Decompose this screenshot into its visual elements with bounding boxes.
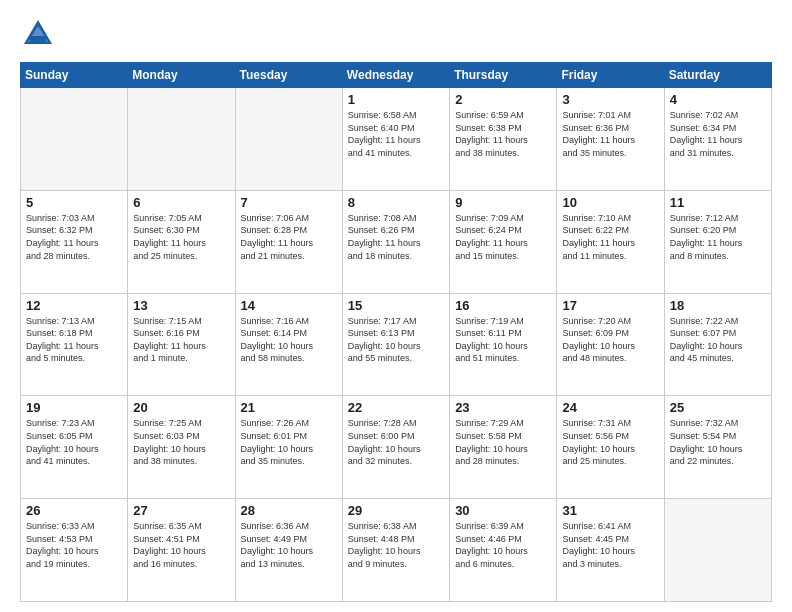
day-number: 31 bbox=[562, 503, 658, 518]
calendar-cell: 6Sunrise: 7:05 AM Sunset: 6:30 PM Daylig… bbox=[128, 190, 235, 293]
calendar-cell bbox=[21, 88, 128, 191]
day-number: 28 bbox=[241, 503, 337, 518]
day-number: 6 bbox=[133, 195, 229, 210]
day-info: Sunrise: 6:36 AM Sunset: 4:49 PM Dayligh… bbox=[241, 520, 337, 570]
day-info: Sunrise: 7:03 AM Sunset: 6:32 PM Dayligh… bbox=[26, 212, 122, 262]
weekday-saturday: Saturday bbox=[664, 63, 771, 88]
day-info: Sunrise: 7:09 AM Sunset: 6:24 PM Dayligh… bbox=[455, 212, 551, 262]
calendar-cell: 31Sunrise: 6:41 AM Sunset: 4:45 PM Dayli… bbox=[557, 499, 664, 602]
day-info: Sunrise: 7:15 AM Sunset: 6:16 PM Dayligh… bbox=[133, 315, 229, 365]
day-info: Sunrise: 7:10 AM Sunset: 6:22 PM Dayligh… bbox=[562, 212, 658, 262]
calendar-cell: 1Sunrise: 6:58 AM Sunset: 6:40 PM Daylig… bbox=[342, 88, 449, 191]
day-number: 11 bbox=[670, 195, 766, 210]
day-number: 15 bbox=[348, 298, 444, 313]
week-row-1: 5Sunrise: 7:03 AM Sunset: 6:32 PM Daylig… bbox=[21, 190, 772, 293]
calendar-cell bbox=[664, 499, 771, 602]
day-info: Sunrise: 7:01 AM Sunset: 6:36 PM Dayligh… bbox=[562, 109, 658, 159]
calendar-cell: 4Sunrise: 7:02 AM Sunset: 6:34 PM Daylig… bbox=[664, 88, 771, 191]
day-number: 1 bbox=[348, 92, 444, 107]
calendar: SundayMondayTuesdayWednesdayThursdayFrid… bbox=[20, 62, 772, 602]
day-number: 22 bbox=[348, 400, 444, 415]
day-number: 27 bbox=[133, 503, 229, 518]
week-row-3: 19Sunrise: 7:23 AM Sunset: 6:05 PM Dayli… bbox=[21, 396, 772, 499]
day-number: 18 bbox=[670, 298, 766, 313]
day-number: 21 bbox=[241, 400, 337, 415]
calendar-cell: 13Sunrise: 7:15 AM Sunset: 6:16 PM Dayli… bbox=[128, 293, 235, 396]
day-number: 17 bbox=[562, 298, 658, 313]
calendar-cell: 8Sunrise: 7:08 AM Sunset: 6:26 PM Daylig… bbox=[342, 190, 449, 293]
calendar-cell: 24Sunrise: 7:31 AM Sunset: 5:56 PM Dayli… bbox=[557, 396, 664, 499]
day-number: 26 bbox=[26, 503, 122, 518]
day-number: 25 bbox=[670, 400, 766, 415]
day-info: Sunrise: 7:13 AM Sunset: 6:18 PM Dayligh… bbox=[26, 315, 122, 365]
weekday-tuesday: Tuesday bbox=[235, 63, 342, 88]
calendar-cell: 5Sunrise: 7:03 AM Sunset: 6:32 PM Daylig… bbox=[21, 190, 128, 293]
day-info: Sunrise: 6:58 AM Sunset: 6:40 PM Dayligh… bbox=[348, 109, 444, 159]
calendar-cell: 25Sunrise: 7:32 AM Sunset: 5:54 PM Dayli… bbox=[664, 396, 771, 499]
calendar-cell: 10Sunrise: 7:10 AM Sunset: 6:22 PM Dayli… bbox=[557, 190, 664, 293]
day-info: Sunrise: 7:32 AM Sunset: 5:54 PM Dayligh… bbox=[670, 417, 766, 467]
day-info: Sunrise: 7:08 AM Sunset: 6:26 PM Dayligh… bbox=[348, 212, 444, 262]
week-row-4: 26Sunrise: 6:33 AM Sunset: 4:53 PM Dayli… bbox=[21, 499, 772, 602]
day-info: Sunrise: 6:59 AM Sunset: 6:38 PM Dayligh… bbox=[455, 109, 551, 159]
calendar-cell bbox=[235, 88, 342, 191]
calendar-cell: 23Sunrise: 7:29 AM Sunset: 5:58 PM Dayli… bbox=[450, 396, 557, 499]
calendar-cell: 9Sunrise: 7:09 AM Sunset: 6:24 PM Daylig… bbox=[450, 190, 557, 293]
calendar-cell: 21Sunrise: 7:26 AM Sunset: 6:01 PM Dayli… bbox=[235, 396, 342, 499]
day-number: 29 bbox=[348, 503, 444, 518]
day-number: 19 bbox=[26, 400, 122, 415]
weekday-wednesday: Wednesday bbox=[342, 63, 449, 88]
day-number: 7 bbox=[241, 195, 337, 210]
day-info: Sunrise: 7:26 AM Sunset: 6:01 PM Dayligh… bbox=[241, 417, 337, 467]
calendar-cell: 27Sunrise: 6:35 AM Sunset: 4:51 PM Dayli… bbox=[128, 499, 235, 602]
day-info: Sunrise: 7:22 AM Sunset: 6:07 PM Dayligh… bbox=[670, 315, 766, 365]
day-number: 30 bbox=[455, 503, 551, 518]
weekday-header-row: SundayMondayTuesdayWednesdayThursdayFrid… bbox=[21, 63, 772, 88]
day-number: 12 bbox=[26, 298, 122, 313]
day-info: Sunrise: 7:20 AM Sunset: 6:09 PM Dayligh… bbox=[562, 315, 658, 365]
calendar-cell bbox=[128, 88, 235, 191]
day-info: Sunrise: 7:17 AM Sunset: 6:13 PM Dayligh… bbox=[348, 315, 444, 365]
day-info: Sunrise: 6:38 AM Sunset: 4:48 PM Dayligh… bbox=[348, 520, 444, 570]
logo-icon bbox=[20, 16, 56, 52]
calendar-cell: 16Sunrise: 7:19 AM Sunset: 6:11 PM Dayli… bbox=[450, 293, 557, 396]
calendar-cell: 28Sunrise: 6:36 AM Sunset: 4:49 PM Dayli… bbox=[235, 499, 342, 602]
logo bbox=[20, 16, 60, 52]
svg-rect-2 bbox=[30, 36, 46, 44]
day-number: 24 bbox=[562, 400, 658, 415]
calendar-cell: 19Sunrise: 7:23 AM Sunset: 6:05 PM Dayli… bbox=[21, 396, 128, 499]
calendar-cell: 12Sunrise: 7:13 AM Sunset: 6:18 PM Dayli… bbox=[21, 293, 128, 396]
day-info: Sunrise: 7:05 AM Sunset: 6:30 PM Dayligh… bbox=[133, 212, 229, 262]
calendar-cell: 17Sunrise: 7:20 AM Sunset: 6:09 PM Dayli… bbox=[557, 293, 664, 396]
week-row-2: 12Sunrise: 7:13 AM Sunset: 6:18 PM Dayli… bbox=[21, 293, 772, 396]
day-info: Sunrise: 6:41 AM Sunset: 4:45 PM Dayligh… bbox=[562, 520, 658, 570]
day-info: Sunrise: 6:39 AM Sunset: 4:46 PM Dayligh… bbox=[455, 520, 551, 570]
calendar-cell: 7Sunrise: 7:06 AM Sunset: 6:28 PM Daylig… bbox=[235, 190, 342, 293]
day-number: 3 bbox=[562, 92, 658, 107]
day-number: 8 bbox=[348, 195, 444, 210]
week-row-0: 1Sunrise: 6:58 AM Sunset: 6:40 PM Daylig… bbox=[21, 88, 772, 191]
calendar-cell: 3Sunrise: 7:01 AM Sunset: 6:36 PM Daylig… bbox=[557, 88, 664, 191]
header bbox=[20, 16, 772, 52]
day-number: 16 bbox=[455, 298, 551, 313]
weekday-sunday: Sunday bbox=[21, 63, 128, 88]
day-info: Sunrise: 7:12 AM Sunset: 6:20 PM Dayligh… bbox=[670, 212, 766, 262]
day-number: 20 bbox=[133, 400, 229, 415]
calendar-cell: 14Sunrise: 7:16 AM Sunset: 6:14 PM Dayli… bbox=[235, 293, 342, 396]
day-info: Sunrise: 7:06 AM Sunset: 6:28 PM Dayligh… bbox=[241, 212, 337, 262]
calendar-cell: 26Sunrise: 6:33 AM Sunset: 4:53 PM Dayli… bbox=[21, 499, 128, 602]
calendar-cell: 30Sunrise: 6:39 AM Sunset: 4:46 PM Dayli… bbox=[450, 499, 557, 602]
calendar-cell: 15Sunrise: 7:17 AM Sunset: 6:13 PM Dayli… bbox=[342, 293, 449, 396]
day-info: Sunrise: 7:16 AM Sunset: 6:14 PM Dayligh… bbox=[241, 315, 337, 365]
day-number: 13 bbox=[133, 298, 229, 313]
day-info: Sunrise: 7:19 AM Sunset: 6:11 PM Dayligh… bbox=[455, 315, 551, 365]
calendar-cell: 22Sunrise: 7:28 AM Sunset: 6:00 PM Dayli… bbox=[342, 396, 449, 499]
day-info: Sunrise: 7:28 AM Sunset: 6:00 PM Dayligh… bbox=[348, 417, 444, 467]
calendar-cell: 2Sunrise: 6:59 AM Sunset: 6:38 PM Daylig… bbox=[450, 88, 557, 191]
day-number: 4 bbox=[670, 92, 766, 107]
weekday-friday: Friday bbox=[557, 63, 664, 88]
day-info: Sunrise: 7:25 AM Sunset: 6:03 PM Dayligh… bbox=[133, 417, 229, 467]
day-number: 14 bbox=[241, 298, 337, 313]
weekday-thursday: Thursday bbox=[450, 63, 557, 88]
day-info: Sunrise: 7:02 AM Sunset: 6:34 PM Dayligh… bbox=[670, 109, 766, 159]
